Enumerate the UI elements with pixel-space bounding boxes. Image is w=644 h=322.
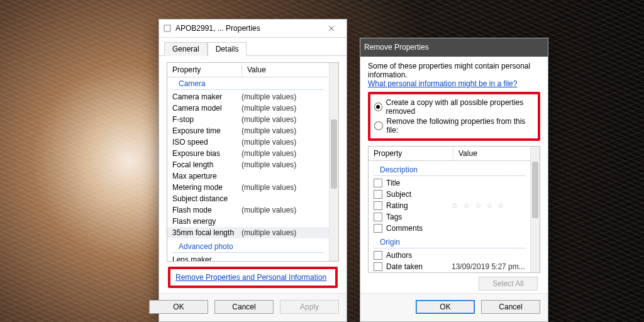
checkbox[interactable] [374, 262, 382, 271]
tab-general[interactable]: General [164, 42, 208, 56]
checkbox[interactable] [374, 213, 382, 221]
remove-title: Remove Properties [364, 43, 544, 52]
radio-create-copy[interactable]: Create a copy with all possible properti… [374, 98, 534, 116]
checkbox[interactable] [374, 224, 382, 233]
checkbox[interactable] [374, 201, 382, 210]
properties-title: APOB2991, ... Properties [175, 24, 320, 33]
prop-row: Metering mode(multiple values) [167, 182, 330, 193]
radio-label: Remove the following properties from thi… [387, 117, 534, 135]
checkbox[interactable] [374, 190, 382, 199]
properties-scroll-thumb[interactable] [331, 119, 337, 189]
properties-tabs: General Details [159, 38, 347, 56]
select-all-button[interactable]: Select All [479, 277, 538, 291]
ok-button[interactable]: OK [416, 300, 475, 314]
properties-rows[interactable]: Camera Camera maker(multiple values) Cam… [167, 78, 330, 261]
star-rating: ☆ ☆ ☆ ☆ ☆ [452, 201, 531, 210]
prop-row: Camera maker(multiple values) [167, 91, 330, 103]
prop-row: F-stop(multiple values) [167, 114, 330, 125]
apply-button[interactable]: Apply [280, 300, 339, 314]
list-item: Rating☆ ☆ ☆ ☆ ☆ [369, 200, 531, 211]
radio-remove-following[interactable]: Remove the following properties from thi… [374, 117, 534, 135]
prop-row: Exposure bias(multiple values) [167, 148, 330, 159]
cancel-button[interactable]: Cancel [214, 300, 274, 314]
annotation-highlight: Remove Properties and Personal Informati… [168, 267, 338, 288]
remove-scroll-thumb[interactable] [532, 162, 538, 218]
ok-button[interactable]: OK [149, 300, 208, 314]
radio-icon[interactable] [374, 103, 382, 111]
group-advanced-photo: Advanced photo [172, 240, 325, 253]
radio-icon[interactable] [374, 121, 383, 130]
remove-scrollbar[interactable] [530, 147, 540, 272]
prop-row: 35mm focal length(multiple values) [167, 227, 330, 238]
file-icon [163, 24, 172, 33]
prop-row: Flash energy [167, 216, 330, 227]
tab-details[interactable]: Details [208, 42, 247, 56]
remove-titlebar[interactable]: Remove Properties [360, 38, 548, 57]
prop-row: ISO speed(multiple values) [167, 136, 330, 148]
annotation-highlight: Create a copy with all possible properti… [368, 92, 540, 141]
list-item: Comments [369, 223, 531, 234]
group-origin: Origin [374, 235, 526, 248]
group-description: Description [374, 163, 526, 176]
remove-rows[interactable]: Description Title Subject Rating☆ ☆ ☆ ☆ … [369, 162, 531, 272]
remove-list-header: Property Value [369, 147, 540, 161]
group-camera: Camera [172, 78, 325, 90]
close-icon[interactable] [320, 21, 343, 35]
properties-footer: OK Cancel Apply [159, 293, 347, 321]
svg-rect-0 [164, 25, 170, 31]
properties-titlebar[interactable]: APOB2991, ... Properties [159, 19, 347, 38]
list-item: Date taken13/09/2019 5:27 pm... [369, 261, 531, 272]
radio-label: Create a copy with all possible properti… [386, 98, 534, 116]
remove-footer: OK Cancel [360, 293, 548, 321]
remove-list: Property Value Description Title Subject… [368, 146, 540, 273]
prop-row: Subject distance [167, 193, 330, 204]
remove-properties-dialog: Remove Properties Some of these properti… [360, 38, 548, 322]
checkbox[interactable] [374, 179, 382, 187]
col-value[interactable]: Value [453, 147, 540, 160]
remove-intro: Some of these properties might contain p… [368, 62, 540, 79]
properties-dialog: APOB2991, ... Properties General Details… [158, 19, 347, 322]
col-value[interactable]: Value [242, 63, 338, 77]
list-item: Title [369, 177, 531, 189]
cancel-button[interactable]: Cancel [481, 300, 540, 314]
properties-list: Property Value Camera Camera maker(multi… [167, 62, 339, 262]
remove-help-link[interactable]: What personal information might be in a … [368, 79, 517, 88]
prop-row: Focal length(multiple values) [167, 159, 330, 170]
prop-row: Flash mode(multiple values) [167, 204, 330, 216]
prop-row: Camera model(multiple values) [167, 103, 330, 114]
properties-list-header: Property Value [167, 63, 338, 77]
col-property[interactable]: Property [167, 63, 242, 77]
list-item: Authors [369, 250, 531, 261]
col-property[interactable]: Property [369, 147, 453, 160]
remove-properties-link[interactable]: Remove Properties and Personal Informati… [175, 273, 326, 282]
checkbox[interactable] [374, 251, 382, 260]
properties-scrollbar[interactable] [329, 63, 338, 261]
list-item: Tags [369, 211, 531, 223]
prop-row: Exposure time(multiple values) [167, 125, 330, 136]
prop-row: Max aperture [167, 170, 330, 182]
list-item: Subject [369, 189, 531, 200]
prop-row: Lens maker [167, 254, 330, 261]
